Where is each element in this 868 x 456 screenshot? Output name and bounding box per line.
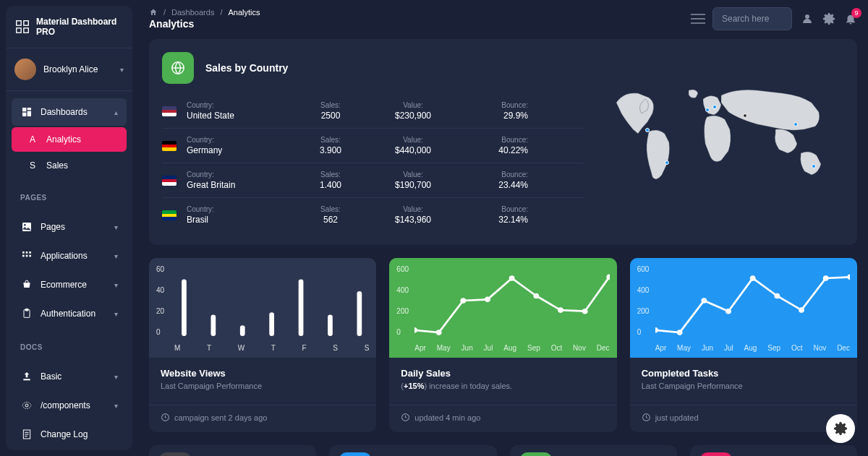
svg-rect-4 xyxy=(22,108,26,111)
nav-analytics[interactable]: A Analytics xyxy=(12,127,127,152)
chevron-up-icon: ▴ xyxy=(114,108,118,116)
logo[interactable]: Material Dashboard PRO xyxy=(6,6,132,48)
svg-point-56 xyxy=(822,275,828,281)
card-title: Sales by Country xyxy=(205,62,288,74)
nav-ecommerce[interactable]: Ecommerce ▾ xyxy=(12,271,127,298)
sales-by-country-card: Sales by Country Country:United State Sa… xyxy=(149,39,857,245)
chart-footer: campaign sent 2 days ago xyxy=(149,405,376,432)
svg-point-51 xyxy=(701,298,707,304)
chart-title: Website Views xyxy=(161,368,365,379)
svg-rect-6 xyxy=(27,111,31,116)
svg-rect-14 xyxy=(26,255,28,257)
chevron-down-icon: ▾ xyxy=(114,252,118,260)
globe-icon xyxy=(162,52,194,84)
svg-point-41 xyxy=(461,298,467,304)
chevron-down-icon: ▾ xyxy=(114,402,118,410)
world-map xyxy=(605,77,844,207)
svg-rect-3 xyxy=(24,28,28,33)
topbar: / Dashboards / Analytics Analytics 9 xyxy=(149,7,857,30)
home-icon[interactable] xyxy=(149,8,158,17)
avatar xyxy=(14,59,36,80)
nav-pages[interactable]: Pages ▾ xyxy=(12,213,127,241)
breadcrumb: / Dashboards / Analytics xyxy=(149,8,694,17)
chevron-down-icon: ▾ xyxy=(114,281,118,289)
svg-rect-5 xyxy=(27,108,31,110)
clock-icon xyxy=(401,413,410,422)
stat-card-weekend: Bookings 281 xyxy=(149,445,316,456)
chart-subtitle: Last Campaign Performance xyxy=(642,382,846,390)
chevron-down-icon: ▾ xyxy=(114,373,118,381)
svg-rect-17 xyxy=(25,309,28,311)
settings-icon[interactable] xyxy=(822,12,835,25)
svg-point-39 xyxy=(414,327,417,333)
search-input[interactable] xyxy=(712,7,792,30)
apps-icon xyxy=(20,249,33,262)
svg-point-50 xyxy=(676,330,682,335)
sidebar: Material Dashboard PRO Brooklyn Alice ▾ … xyxy=(6,6,132,450)
svg-rect-0 xyxy=(17,21,21,25)
flag-icon xyxy=(162,176,176,186)
svg-point-55 xyxy=(799,307,804,313)
notifications-icon[interactable]: 9 xyxy=(844,12,857,25)
svg-rect-7 xyxy=(22,113,26,116)
store-icon xyxy=(520,452,552,456)
nav-applications[interactable]: Applications ▾ xyxy=(12,242,127,270)
svg-point-46 xyxy=(582,309,588,314)
crumb-analytics: Analytics xyxy=(228,8,260,17)
stat-card-bar: Today's Users 2,300 xyxy=(329,445,496,456)
menu-toggle[interactable] xyxy=(691,14,705,24)
country-row: Country:Great Britain Sales:1.400 Value:… xyxy=(162,163,584,198)
section-pages: PAGES xyxy=(6,185,132,206)
svg-rect-18 xyxy=(23,379,30,380)
main-content: / Dashboards / Analytics Analytics 9 xyxy=(138,0,868,456)
flag-icon xyxy=(162,210,176,220)
nav-basic[interactable]: Basic ▾ xyxy=(12,363,127,390)
chevron-down-icon: ▾ xyxy=(114,223,118,231)
nav-authentication[interactable]: Authentication ▾ xyxy=(12,300,127,327)
svg-point-43 xyxy=(509,275,515,281)
svg-point-42 xyxy=(485,297,490,303)
flag-icon xyxy=(162,141,176,151)
svg-point-57 xyxy=(847,275,850,280)
nav-changelog[interactable]: Change Log xyxy=(12,421,127,448)
notification-badge: 9 xyxy=(851,8,861,18)
svg-point-53 xyxy=(749,275,755,281)
settings-fab[interactable] xyxy=(826,414,855,443)
account-icon[interactable] xyxy=(801,12,814,25)
chart-subtitle: (+15%) increase in today sales. xyxy=(401,382,605,390)
clock-icon xyxy=(161,413,170,422)
svg-rect-2 xyxy=(17,28,21,33)
weekend-icon xyxy=(159,452,191,456)
svg-point-49 xyxy=(655,327,658,333)
brand-text: Material Dashboard PRO xyxy=(36,17,124,37)
svg-rect-11 xyxy=(26,251,28,254)
stat-card-store: Revenue 34k xyxy=(510,445,677,456)
svg-rect-1 xyxy=(24,21,28,25)
svg-point-9 xyxy=(24,224,26,226)
chart-title: Completed Tasks xyxy=(642,368,846,379)
user-menu[interactable]: Brooklyn Alice ▾ xyxy=(6,48,132,91)
svg-point-45 xyxy=(558,307,563,313)
chart-footer: updated 4 min ago xyxy=(389,405,616,432)
svg-rect-12 xyxy=(29,251,31,254)
svg-rect-33 xyxy=(240,325,245,336)
chevron-down-icon: ▾ xyxy=(114,310,118,318)
clipboard-icon xyxy=(20,307,33,320)
clock-icon xyxy=(642,413,651,422)
svg-point-19 xyxy=(25,404,28,407)
dashboard-icon xyxy=(20,106,33,119)
crumb-dashboards[interactable]: Dashboards xyxy=(171,8,214,17)
svg-rect-37 xyxy=(357,291,362,336)
chevron-down-icon: ▾ xyxy=(120,66,124,74)
basket-icon xyxy=(20,278,33,291)
view-icon xyxy=(20,399,33,412)
nav-components[interactable]: /components ▾ xyxy=(12,392,127,419)
stat-card-person: Followers xyxy=(690,445,857,456)
country-row: Country:Brasil Sales:562 Value:$143,960 … xyxy=(162,198,584,232)
svg-rect-10 xyxy=(22,251,25,254)
nav-dashboards[interactable]: Dashboards ▴ xyxy=(12,98,127,126)
svg-point-40 xyxy=(436,330,442,335)
chart-views: 6040200 MTWTFSS Website ViewsLast Campai… xyxy=(149,258,376,432)
svg-point-27 xyxy=(805,14,809,19)
nav-sales[interactable]: S Sales xyxy=(12,153,127,178)
